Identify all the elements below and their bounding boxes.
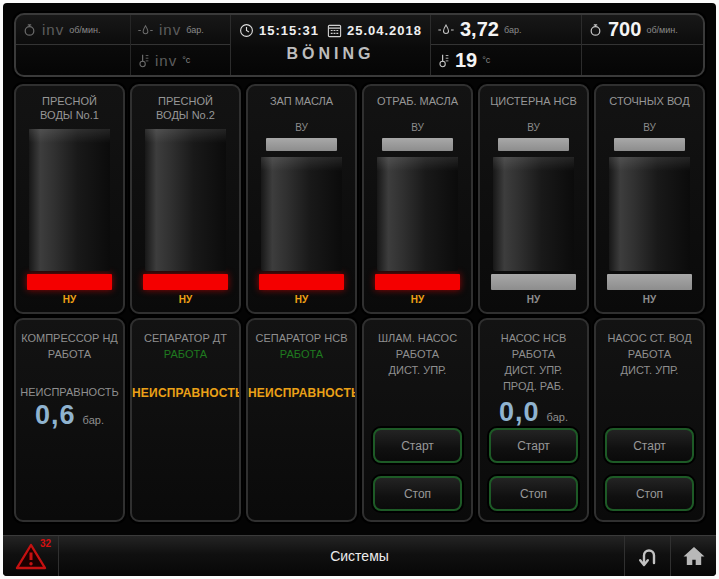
tank-card-fresh-water-2: ПРЕСНОЙВОДЫ No.2 НУ — [130, 84, 241, 314]
right-temp-unit: °c — [482, 55, 490, 65]
calendar-icon — [327, 23, 342, 38]
tank-title: ПРЕСНОЙВОДЫ No.1 — [16, 86, 123, 123]
run-status-label: РАБОТА — [248, 347, 355, 363]
return-arrow-icon[interactable] — [624, 536, 670, 576]
low-level-label: НУ — [364, 294, 471, 305]
panel-compressor-nd: КОМПРЕССОР НД РАБОТА НЕИСПРАВНОСТЬ 0,6 б… — [14, 318, 125, 522]
panel-title: КОМПРЕССОР НД — [16, 331, 123, 347]
stop-button[interactable]: Стоп — [373, 476, 462, 511]
low-level-label: НУ — [480, 294, 587, 305]
fault-status-label: НЕИСПРАВНОСТЬ — [16, 386, 123, 398]
left-pressure-value: inv — [159, 21, 181, 38]
run-status-label: РАБОТА — [596, 347, 703, 363]
start-button[interactable]: Старт — [605, 428, 694, 463]
run-status-label: РАБОТА — [364, 347, 471, 363]
engine-rpm-icon — [588, 22, 603, 37]
home-icon[interactable] — [670, 536, 716, 576]
engine-rpm-right-block: 700 об/мин. — [581, 15, 703, 75]
thermometer-icon — [137, 52, 150, 68]
low-level-label: НУ — [16, 294, 123, 305]
boening-logo: BÖNING — [231, 45, 430, 63]
pressure-temp-right-block: 3,72 бар. 19 °c — [431, 15, 581, 75]
panel-separator-dt: СЕПАРАТОР ДТ РАБОТА НЕИСПРАВНОСТЬ — [130, 318, 241, 522]
alarm-warning-icon[interactable]: 32 — [3, 536, 59, 576]
fault-status-label: НЕИСПРАВНОСТЬ — [248, 386, 355, 400]
run-status-label: РАБОТА — [480, 347, 587, 363]
low-level-label: НУ — [132, 294, 239, 305]
panel-title: НАСОС СТ. ВОД — [596, 331, 703, 347]
engine-rpm-icon — [22, 22, 37, 37]
clock-icon — [239, 23, 254, 38]
oil-pressure-icon — [437, 23, 455, 36]
tank-title: ЦИСТЕРНА НСВ — [480, 86, 587, 118]
left-temp-unit: °c — [182, 55, 190, 65]
remote-control-label: ДИСТ. УПР. — [480, 363, 587, 379]
high-level-alarm-bar — [614, 138, 685, 151]
tank-card-sewage-water: СТОЧНЫХ ВОД ВУ НУ — [594, 84, 705, 314]
low-level-alarm-bar — [259, 274, 344, 290]
start-button[interactable]: Старт — [373, 428, 462, 463]
right-rpm-value: 700 — [608, 18, 641, 41]
tank-card-lube-oil: ЗАП МАСЛА ВУ НУ — [246, 84, 357, 314]
tank-title: СТОЧНЫХ ВОД — [596, 86, 703, 118]
tank-title: ЗАП МАСЛА — [248, 86, 355, 118]
fault-status-label: НЕИСПРАВНОСТЬ — [132, 386, 239, 400]
panel-title: СЕПАРАТОР НСВ — [248, 331, 355, 347]
tank-title: ОТРАБ. МАСЛА — [364, 86, 471, 118]
low-level-alarm-bar — [143, 274, 228, 290]
tank-level-gauge — [261, 157, 342, 271]
right-pressure-unit: бар. — [504, 25, 521, 35]
remote-control-label: ДИСТ. УПР. — [596, 363, 703, 379]
stop-button[interactable]: Стоп — [489, 476, 578, 511]
left-temp-value: inv — [155, 52, 177, 69]
low-level-label: НУ — [248, 294, 355, 305]
remote-control-label: ДИСТ. УПР. — [364, 363, 471, 379]
panel-pump-sewage: НАСОС СТ. ВОД РАБОТА ДИСТ. УПР. Старт Ст… — [594, 318, 705, 522]
left-pressure-unit: бар. — [186, 25, 203, 35]
pressure-value: 0,0 — [499, 397, 540, 428]
time-display: 15:15:31 — [259, 23, 319, 38]
tank-card-nsv-cistern: ЦИСТЕРНА НСВ ВУ НУ — [478, 84, 589, 314]
clock-block: 15:15:31 — [239, 15, 319, 45]
panel-title: ШЛАМ. НАСОС — [364, 331, 471, 347]
tank-gauge-row: ПРЕСНОЙВОДЫ No.1 НУ ПРЕСНОЙВОДЫ No.2 НУ … — [14, 84, 705, 314]
panel-title: НАСОС НСВ — [480, 331, 587, 347]
continuous-run-label: ПРОД. РАБ. — [480, 379, 587, 395]
run-status-label: РАБОТА — [16, 347, 123, 363]
high-level-label: ВУ — [364, 122, 471, 133]
tank-card-fresh-water-1: ПРЕСНОЙВОДЫ No.1 НУ — [14, 84, 125, 314]
tank-level-gauge — [145, 129, 226, 271]
screen-title: Системы — [3, 536, 716, 576]
pressure-temp-left-block: inv бар. inv °c — [130, 15, 230, 75]
status-header: inv об/мин. inv бар. inv °c — [14, 13, 705, 77]
tank-title: ПРЕСНОЙВОДЫ No.2 — [132, 86, 239, 123]
panel-title: СЕПАРАТОР ДТ — [132, 331, 239, 347]
run-status-label: РАБОТА — [132, 347, 239, 363]
tank-level-gauge — [377, 157, 458, 271]
oil-pressure-icon — [137, 24, 154, 36]
low-level-alarm-bar — [491, 274, 576, 290]
app-window: inv об/мин. inv бар. inv °c — [3, 3, 716, 576]
tank-level-gauge — [493, 157, 574, 271]
tank-level-gauge — [609, 157, 690, 271]
alarm-count-badge: 32 — [40, 538, 51, 549]
low-level-alarm-bar — [607, 274, 692, 290]
tank-level-gauge — [29, 129, 110, 271]
left-rpm-value: inv — [42, 21, 64, 38]
footer-bar: 32 Системы — [3, 535, 716, 576]
date-display: 25.04.2018 — [347, 23, 422, 38]
engine-rpm-left-block: inv об/мин. — [16, 15, 130, 75]
pressure-unit: бар. — [83, 414, 104, 426]
panel-pump-nsv: НАСОС НСВ РАБОТА ДИСТ. УПР. ПРОД. РАБ. 0… — [478, 318, 589, 522]
right-pressure-value: 3,72 — [460, 18, 499, 41]
high-level-label: ВУ — [248, 122, 355, 133]
high-level-alarm-bar — [266, 138, 337, 151]
control-panel-row: КОМПРЕССОР НД РАБОТА НЕИСПРАВНОСТЬ 0,6 б… — [14, 318, 705, 522]
start-button[interactable]: Старт — [489, 428, 578, 463]
left-rpm-unit: об/мин. — [69, 25, 100, 35]
pressure-unit: бар. — [547, 411, 568, 423]
date-block: 25.04.2018 — [327, 15, 422, 45]
stop-button[interactable]: Стоп — [605, 476, 694, 511]
panel-sludge-pump: ШЛАМ. НАСОС РАБОТА ДИСТ. УПР. Старт Стоп — [362, 318, 473, 522]
low-level-alarm-bar — [27, 274, 112, 290]
